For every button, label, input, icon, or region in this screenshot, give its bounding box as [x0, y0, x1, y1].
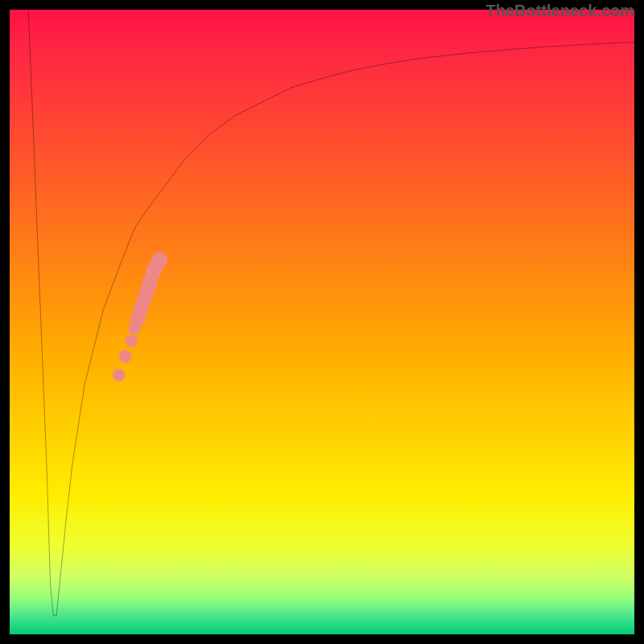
highlight-marker: [152, 252, 167, 267]
bottleneck-curve: [28, 10, 634, 616]
highlight-marker: [126, 335, 138, 348]
highlight-marker: [119, 350, 132, 363]
highlight-markers: [113, 252, 167, 382]
watermark-text: TheBottleneck.com: [486, 2, 634, 20]
chart-plot-area: [10, 10, 634, 634]
highlight-marker: [113, 369, 126, 382]
chart-curve-svg: [10, 10, 634, 634]
